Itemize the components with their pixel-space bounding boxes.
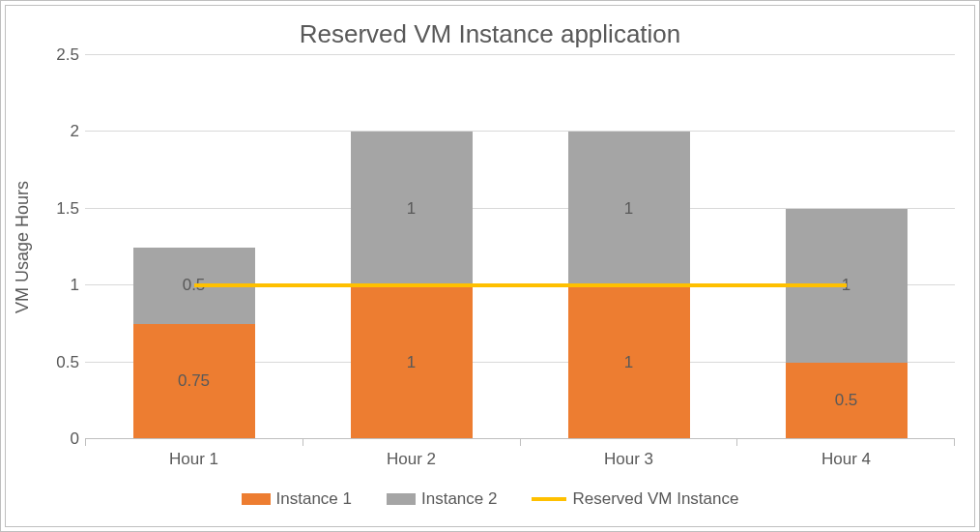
bar-segment-instance-2: 1	[786, 209, 908, 363]
y-tick-label: 0	[71, 429, 79, 449]
legend-label-reserved: Reserved VM Instance	[572, 489, 738, 509]
legend-item-instance-1: Instance 1	[242, 489, 352, 509]
legend: Instance 1 Instance 2 Reserved VM Instan…	[6, 480, 974, 526]
x-tick-label: Hour 3	[520, 445, 737, 480]
bar-layer: 0.750.511110.51	[85, 55, 955, 439]
chart-inner-frame: Reserved VM Instance application VM Usag…	[5, 5, 975, 527]
legend-swatch-reserved-line	[532, 497, 566, 501]
x-tick-mark	[736, 439, 955, 446]
y-tick-label: 0.5	[56, 353, 79, 372]
y-axis-label-wrap: VM Usage Hours	[6, 55, 41, 439]
bar-segment-instance-1: 0.75	[133, 324, 255, 439]
x-tick-mark	[85, 439, 303, 446]
y-axis-label: VM Usage Hours	[14, 181, 34, 313]
x-tick-marks	[85, 439, 955, 446]
bar-segment-instance-2: 1	[351, 132, 473, 285]
y-tick-label: 1.5	[56, 199, 79, 219]
chart-title: Reserved VM Instance application	[6, 6, 974, 55]
bar-stack: 0.51	[786, 55, 908, 439]
y-tick-label: 1	[71, 276, 79, 295]
x-tick-mark	[520, 439, 737, 446]
bar-stack: 0.750.5	[133, 55, 255, 439]
y-tick-label: 2.5	[56, 45, 79, 65]
plot-area: 0.750.511110.51	[85, 55, 955, 439]
y-tick-label: 2	[71, 122, 79, 141]
bar-stack: 11	[351, 55, 473, 439]
legend-swatch-instance-1	[242, 493, 271, 505]
bar-segment-instance-1: 1	[351, 285, 473, 439]
bar-slot: 11	[520, 55, 737, 439]
bar-segment-instance-1: 0.5	[786, 363, 908, 439]
x-tick-label: Hour 1	[85, 445, 303, 480]
legend-label-instance-2: Instance 2	[421, 489, 497, 509]
x-tick-mark	[303, 439, 520, 446]
plot-row: VM Usage Hours 00.511.522.5 0.750.511110…	[6, 55, 974, 445]
bar-slot: 11	[303, 55, 520, 439]
chart-outer-frame: Reserved VM Instance application VM Usag…	[0, 0, 980, 532]
bar-segment-instance-2: 0.5	[133, 248, 255, 324]
x-axis-labels: Hour 1Hour 2Hour 3Hour 4	[6, 445, 974, 480]
legend-item-reserved: Reserved VM Instance	[532, 489, 738, 509]
legend-label-instance-1: Instance 1	[276, 489, 352, 509]
bar-stack: 11	[568, 55, 690, 439]
y-axis-ticks: 00.511.522.5	[41, 55, 85, 439]
bar-segment-instance-2: 1	[568, 132, 690, 285]
legend-swatch-instance-2	[387, 493, 416, 505]
bar-segment-instance-1: 1	[568, 285, 690, 439]
x-tick-label: Hour 2	[303, 445, 520, 480]
bar-slot: 0.750.5	[85, 55, 303, 439]
legend-item-instance-2: Instance 2	[387, 489, 497, 509]
bar-slot: 0.51	[737, 55, 955, 439]
x-tick-label: Hour 4	[737, 445, 955, 480]
